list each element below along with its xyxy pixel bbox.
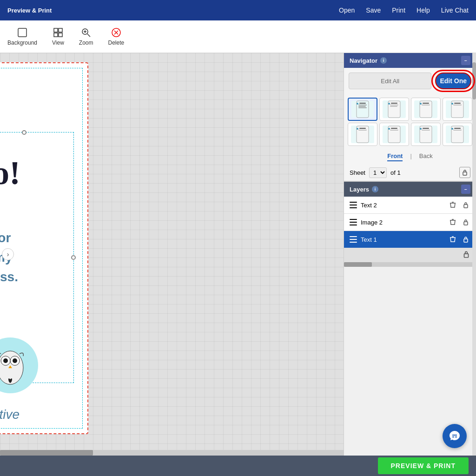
nav-live-chat[interactable]: Live Chat bbox=[441, 7, 469, 14]
svg-rect-0 bbox=[18, 28, 26, 37]
svg-rect-47 bbox=[423, 128, 429, 129]
layers-scroll-thumb[interactable] bbox=[344, 262, 372, 267]
chat-fab-icon bbox=[449, 430, 461, 442]
toolbar-view[interactable]: View bbox=[52, 27, 64, 46]
label-thumbnails-grid bbox=[344, 94, 476, 150]
layer-item-text2[interactable]: Text 2 bbox=[344, 197, 476, 214]
edit-all-button[interactable]: Edit All bbox=[349, 73, 431, 89]
layer-item-text1[interactable]: Text 1 bbox=[344, 231, 476, 248]
toolbar-delete[interactable]: Delete bbox=[108, 27, 125, 46]
svg-rect-3 bbox=[54, 33, 58, 37]
canvas-thankyou-line1: ou for bbox=[0, 231, 11, 245]
nav-save[interactable]: Save bbox=[366, 7, 381, 14]
label-thumb-7-inner bbox=[414, 126, 437, 143]
layer-name-image2: Image 2 bbox=[361, 219, 444, 226]
sheet-lock-icon[interactable] bbox=[459, 167, 470, 178]
label-thumb-5-inner bbox=[351, 126, 374, 143]
label-thumb-8[interactable] bbox=[443, 123, 472, 146]
layers-scroll-area: Text 2 bbox=[344, 197, 476, 262]
svg-point-50 bbox=[451, 128, 453, 130]
svg-rect-31 bbox=[423, 103, 429, 104]
edit-one-button[interactable]: Edit One bbox=[435, 73, 471, 89]
edit-one-wrapper: Edit One bbox=[435, 73, 471, 89]
bottom-bar: PREVIEW & PRINT bbox=[0, 456, 476, 476]
svg-rect-63 bbox=[464, 254, 469, 258]
handle-top[interactable] bbox=[22, 130, 26, 135]
svg-rect-1 bbox=[54, 28, 58, 32]
toolbar-background[interactable]: Background bbox=[7, 27, 37, 46]
tab-back[interactable]: Back bbox=[419, 152, 433, 161]
layers-lock-all-icon[interactable] bbox=[462, 250, 470, 260]
label-thumb-7[interactable] bbox=[411, 123, 441, 146]
navigator-action-buttons: Edit All Edit One bbox=[344, 68, 476, 94]
tab-divider: | bbox=[410, 152, 411, 161]
layers-horizontal-scrollbar[interactable] bbox=[344, 262, 476, 267]
background-icon bbox=[17, 27, 27, 38]
label-card: llo! ou for ng my siness. bbox=[0, 62, 88, 434]
layers-collapse-button[interactable]: − bbox=[461, 185, 470, 194]
label-thumb-4[interactable] bbox=[443, 98, 472, 121]
handle-right[interactable] bbox=[71, 255, 76, 260]
layer-actions-text1 bbox=[448, 235, 470, 244]
right-panel-scrollbar[interactable] bbox=[472, 53, 476, 456]
layer-delete-text2[interactable] bbox=[448, 200, 457, 210]
label-thumb-2-inner bbox=[383, 100, 406, 118]
layer-delete-text1[interactable] bbox=[448, 235, 457, 244]
svg-rect-22 bbox=[358, 106, 366, 107]
label-thumb-3-inner bbox=[414, 100, 437, 118]
layer-actions-text2 bbox=[448, 200, 470, 210]
sheet-of-label: of 1 bbox=[390, 169, 401, 176]
label-thumb-6-inner bbox=[383, 126, 406, 143]
svg-rect-23 bbox=[358, 107, 367, 108]
nav-print[interactable]: Print bbox=[392, 7, 405, 14]
zoom-icon bbox=[81, 27, 91, 38]
svg-rect-56 bbox=[464, 205, 468, 208]
label-thumb-2[interactable] bbox=[379, 98, 409, 121]
label-thumb-5[interactable] bbox=[348, 123, 377, 146]
canvas-text-creative[interactable]: creative bbox=[0, 407, 20, 422]
right-scrollbar-thumb[interactable] bbox=[472, 62, 476, 99]
chat-fab-button[interactable] bbox=[443, 424, 467, 448]
layers-label: Layers bbox=[350, 186, 369, 193]
nav-open[interactable]: Open bbox=[339, 7, 355, 14]
navigator-collapse-button[interactable]: − bbox=[461, 56, 470, 65]
svg-rect-28 bbox=[390, 106, 397, 107]
layer-lock-text2[interactable] bbox=[461, 200, 470, 210]
label-thumb-3[interactable] bbox=[411, 98, 441, 121]
svg-rect-20 bbox=[359, 103, 366, 104]
layer-lock-text1[interactable] bbox=[461, 235, 470, 244]
canvas-thankyou-line3: siness. bbox=[0, 270, 18, 284]
delete-icon bbox=[111, 27, 121, 38]
layer-delete-image2[interactable] bbox=[448, 218, 457, 227]
toolbar-zoom[interactable]: Zoom bbox=[79, 27, 93, 46]
owl-image bbox=[0, 342, 29, 389]
tab-front[interactable]: Front bbox=[387, 152, 403, 161]
preview-print-button[interactable]: PREVIEW & PRINT bbox=[378, 457, 469, 474]
layer-item-image2[interactable]: Image 2 bbox=[344, 214, 476, 231]
svg-rect-53 bbox=[463, 172, 467, 175]
svg-rect-4 bbox=[59, 33, 62, 37]
canvas-scroll-thumb[interactable] bbox=[0, 450, 93, 456]
svg-point-25 bbox=[388, 103, 390, 105]
nav-help[interactable]: Help bbox=[416, 7, 430, 14]
canvas-horizontal-scrollbar[interactable] bbox=[0, 450, 344, 456]
navigator-panel-header: Navigator i − bbox=[344, 53, 476, 68]
sheet-label: Sheet bbox=[350, 169, 365, 176]
layer-move-icon-text2 bbox=[350, 202, 357, 208]
view-icon bbox=[53, 27, 63, 38]
layer-lock-image2[interactable] bbox=[461, 218, 470, 227]
layers-info-icon[interactable]: i bbox=[372, 186, 378, 192]
canvas-text-hello[interactable]: llo! bbox=[0, 156, 20, 190]
toolbar-background-label: Background bbox=[7, 40, 37, 46]
layer-move-icon-text1 bbox=[350, 236, 357, 243]
canvas-area[interactable]: › llo! ou for ng my siness. bbox=[0, 53, 344, 456]
label-thumb-1-inner bbox=[351, 101, 374, 118]
owl-svg bbox=[0, 342, 29, 389]
navigator-info-icon[interactable]: i bbox=[380, 57, 387, 64]
toolbar-zoom-label: Zoom bbox=[79, 40, 93, 46]
expand-panel-button[interactable]: › bbox=[2, 248, 14, 260]
label-thumb-1[interactable] bbox=[348, 98, 377, 121]
sheet-select[interactable]: 1 bbox=[369, 167, 387, 178]
svg-point-38 bbox=[357, 128, 358, 130]
label-thumb-6[interactable] bbox=[379, 123, 409, 146]
